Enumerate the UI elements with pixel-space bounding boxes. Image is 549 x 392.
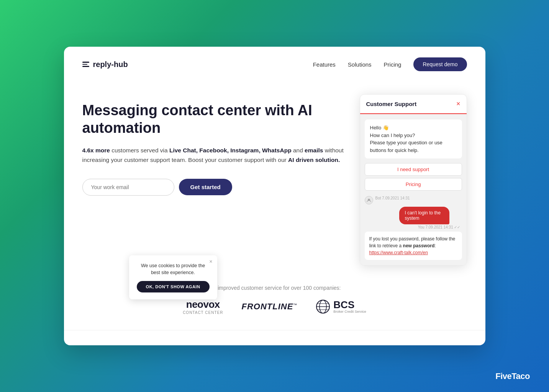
greeting-help: How can I help you?	[370, 132, 415, 138]
neovox-name: neovox	[186, 299, 220, 310]
cookie-close-button[interactable]: ×	[209, 258, 212, 265]
greeting-instructions: Please type your question or use buttons…	[370, 140, 442, 153]
chat-bot-row: Bot 7.09.2021 14:31	[365, 196, 462, 204]
page-divider	[64, 330, 485, 330]
nav-pricing[interactable]: Pricing	[384, 61, 402, 68]
cookie-text: We use cookies to provide the best site …	[137, 262, 210, 277]
chat-close-button[interactable]: ×	[456, 100, 461, 108]
cookie-accept-button[interactable]: OK, DON'T SHOW AGAIN	[137, 281, 210, 292]
user-bubble: I can't login to the system	[399, 207, 449, 224]
neovox-sub: Contact Center	[183, 310, 223, 315]
nav-links: Features Solutions Pricing Request demo	[313, 57, 467, 71]
cookie-banner: × We use cookies to provide the best sit…	[129, 255, 217, 300]
request-demo-button[interactable]: Request demo	[413, 57, 467, 71]
logo-icon	[82, 62, 89, 67]
chat-messages: Bot 7.09.2021 14:31 I can't login to the…	[365, 196, 462, 260]
bcs-text: BCS Broker Credit Service	[333, 300, 366, 314]
logo-frontline: FRONTLINE™	[241, 302, 297, 312]
nav-solutions[interactable]: Solutions	[348, 61, 372, 68]
chat-support-button[interactable]: I need support	[365, 163, 462, 176]
chat-greeting: Hello 👋 How can I help you? Please type …	[365, 119, 462, 158]
bot-reply-text: If you lost you password, please follow …	[369, 236, 456, 255]
hero-title: Messaging contact center with AI automat…	[82, 102, 344, 137]
bot-timestamp: Bot 7.09.2021 14:31	[375, 196, 410, 200]
get-started-button[interactable]: Get started	[179, 179, 232, 195]
page-card: reply-hub Features Solutions Pricing Req…	[64, 47, 485, 345]
chat-user-message: I can't login to the system You 7.09.202…	[365, 207, 462, 229]
hero-and: and	[293, 147, 305, 154]
companies-logos: neovox Contact Center FRONTLINE™ BCS Bro	[82, 299, 467, 315]
nav-features[interactable]: Features	[313, 61, 336, 68]
email-input[interactable]	[82, 179, 174, 196]
logo-neovox: neovox Contact Center	[183, 299, 223, 315]
chat-widget: Customer Support × Hello 👋 How can I hel…	[360, 94, 467, 266]
chat-pricing-button[interactable]: Pricing	[365, 178, 462, 191]
main-content: Messaging contact center with AI automat…	[64, 79, 485, 281]
bcs-globe-icon	[316, 299, 330, 314]
companies-section: We improved customer service for over 10…	[64, 281, 485, 330]
hero-emails: emails	[305, 147, 323, 154]
chat-quick-buttons: I need support Pricing	[365, 163, 462, 193]
logo-bcs: BCS Broker Credit Service	[316, 299, 366, 314]
navbar: reply-hub Features Solutions Pricing Req…	[64, 47, 485, 79]
logo[interactable]: reply-hub	[82, 60, 128, 69]
greeting-wave: Hello 👋	[370, 125, 389, 131]
frontline-tm: ™	[293, 303, 297, 307]
bot-avatar	[365, 196, 373, 204]
hero-stat: 4.6x more	[82, 147, 110, 154]
chat-header: Customer Support ×	[360, 95, 467, 114]
hero-description: 4.6x more customers served via Live Chat…	[82, 146, 344, 165]
left-column: Messaging contact center with AI automat…	[82, 94, 344, 211]
bot-reply-bubble: If you lost you password, please follow …	[365, 232, 462, 260]
fivetaco-watermark: FiveTaco	[495, 371, 530, 381]
chat-title: Customer Support	[366, 101, 417, 107]
right-column: Customer Support × Hello 👋 How can I hel…	[360, 94, 467, 266]
logo-text: reply-hub	[93, 60, 128, 69]
hero-channels: Live Chat, Facebook, Instagram, WhatsApp	[169, 147, 292, 154]
hero-desc-mid: customers served via	[111, 147, 169, 154]
bcs-name: BCS	[333, 300, 366, 310]
hero-ai: AI driven solution.	[288, 157, 340, 163]
chat-body: Hello 👋 How can I help you? Please type …	[360, 114, 467, 265]
password-link[interactable]: https://www.craft-talk.com/en	[369, 250, 428, 255]
user-time: You 7.09.2021 14:31 ✓✓	[399, 225, 462, 229]
cta-row: Get started	[82, 179, 344, 196]
bcs-sub: Broker Credit Service	[333, 310, 366, 314]
